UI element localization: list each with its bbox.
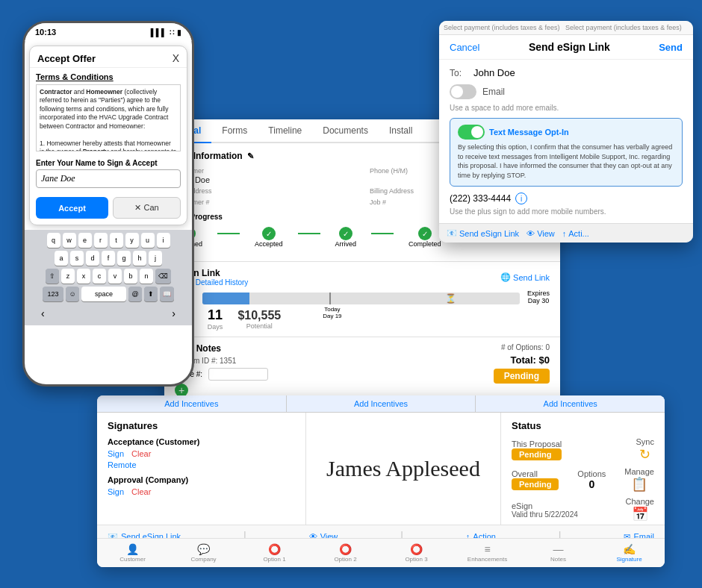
- sign-section: Enter Your Name to Sign & Accept: [30, 156, 187, 193]
- kb-c[interactable]: c: [93, 269, 106, 284]
- modal-close-button[interactable]: X: [173, 52, 179, 64]
- kb-e[interactable]: e: [78, 233, 92, 248]
- nav-signature[interactable]: ✍ Signature: [594, 542, 665, 564]
- nav-notes[interactable]: — Notes: [523, 542, 594, 564]
- acceptance-title: Acceptance (Customer): [108, 437, 295, 446]
- kb-y[interactable]: y: [125, 233, 139, 248]
- nav-option2[interactable]: ⭕ Option 2: [310, 542, 381, 564]
- nav-option3[interactable]: ⭕ Option 3: [381, 542, 452, 564]
- nav-option1-label: Option 1: [263, 556, 285, 563]
- tab-documents[interactable]: Documents: [312, 119, 379, 143]
- overall-status-badge: Pending: [512, 478, 559, 490]
- kb-f[interactable]: f: [102, 251, 115, 266]
- kb-b[interactable]: b: [124, 269, 137, 284]
- kb-s[interactable]: s: [70, 251, 84, 266]
- kb-r[interactable]: r: [94, 233, 108, 248]
- modal-send-esign-icon: 📧: [447, 228, 457, 238]
- approval-clear-link[interactable]: Clear: [131, 487, 151, 496]
- send-esign-cancel[interactable]: Cancel: [450, 42, 479, 53]
- acceptance-remote-link[interactable]: Remote: [108, 460, 137, 469]
- add-incentive-1[interactable]: Add Incentives: [97, 395, 287, 412]
- send-link-button[interactable]: 🌐 Send Link: [500, 272, 550, 282]
- days-count: 11: [208, 307, 223, 323]
- nav-enhancements[interactable]: ≡ Enhancements: [452, 542, 523, 564]
- kb-x[interactable]: x: [77, 269, 90, 284]
- modal-action-link[interactable]: ↑ Acti...: [562, 229, 589, 238]
- manage-icon[interactable]: 📋: [624, 476, 654, 492]
- signatures-column: Signatures Acceptance (Customer) Sign Cl…: [97, 413, 306, 525]
- add-incentive-3[interactable]: Add Incentives: [476, 395, 665, 412]
- kb-row-bottom: 123 ☺ space @ ⬆ 📖: [26, 287, 190, 301]
- modal-view-icon: 👁: [526, 229, 535, 238]
- kb-emoji[interactable]: ☺: [66, 287, 79, 301]
- kb-u[interactable]: u: [141, 233, 155, 248]
- modal-top-right: Select payment (includes taxes & fees): [562, 24, 682, 31]
- text-opt-in-box: Text Message Opt-In By selecting this op…: [450, 118, 683, 187]
- step-arrived-label: Arrived: [335, 240, 357, 248]
- kb-a[interactable]: a: [55, 251, 68, 266]
- option2-nav-icon: ⭕: [339, 543, 352, 555]
- modal-document-bar: Select payment (includes taxes & fees) S…: [439, 21, 693, 35]
- cancel-button[interactable]: ✕ Can: [113, 197, 181, 219]
- kb-h[interactable]: h: [133, 251, 146, 266]
- kb-w[interactable]: w: [63, 233, 76, 248]
- nav-signature-label: Signature: [616, 556, 642, 563]
- kb-delete[interactable]: ⌫: [155, 269, 171, 284]
- accept-button[interactable]: Accept: [36, 197, 108, 219]
- sync-icon[interactable]: ↻: [636, 446, 654, 463]
- kb-left-chevron[interactable]: ‹: [41, 307, 45, 319]
- timeline-container: Issued Day 1 Today Day 19 ⏳ Expires Day …: [175, 290, 550, 304]
- system-id: System ID #: 1351: [175, 357, 494, 365]
- keyboard: q w e r t y u i a s d f g h j ⇧ z x c v …: [25, 230, 192, 325]
- proposal-label: This Proposal Pending: [512, 440, 562, 460]
- kb-z[interactable]: z: [61, 269, 75, 284]
- kb-123[interactable]: 123: [43, 287, 63, 301]
- globe-icon: 🌐: [500, 272, 511, 282]
- kb-shift[interactable]: ⇧: [46, 269, 59, 284]
- kb-q[interactable]: q: [47, 233, 60, 248]
- kb-i[interactable]: i: [157, 233, 170, 248]
- office-input[interactable]: [208, 368, 268, 381]
- tab-install[interactable]: Install: [379, 119, 423, 143]
- kb-t[interactable]: t: [110, 233, 123, 248]
- customer-label: Customer: [175, 167, 355, 175]
- kb-n[interactable]: n: [140, 269, 153, 284]
- kb-book[interactable]: 📖: [160, 287, 174, 301]
- kb-share[interactable]: ⬆: [144, 287, 158, 301]
- nav-customer[interactable]: 👤 Customer: [97, 542, 168, 564]
- sign-input[interactable]: [36, 169, 181, 188]
- change-icon[interactable]: 📅: [625, 506, 654, 522]
- acceptance-links: Sign Clear: [108, 449, 295, 458]
- expires-text: Expires: [527, 290, 550, 297]
- approval-links: Sign Clear: [108, 487, 295, 496]
- text-opt-in-toggle[interactable]: [458, 125, 485, 140]
- kb-v[interactable]: v: [108, 269, 122, 284]
- kb-space[interactable]: space: [81, 287, 126, 301]
- tab-timeline[interactable]: Timeline: [258, 119, 312, 143]
- send-esign-send-button[interactable]: Send: [659, 42, 683, 53]
- kb-row-1: q w e r t y u i: [26, 233, 190, 248]
- kb-d[interactable]: d: [86, 251, 99, 266]
- email-toggle[interactable]: [450, 84, 476, 99]
- kb-g[interactable]: g: [117, 251, 131, 266]
- space-hint: Use a space to add more emails.: [450, 104, 683, 112]
- phone-value: (222) 333-4444: [450, 193, 511, 204]
- add-incentive-2[interactable]: Add Incentives: [287, 395, 476, 412]
- modal-view-link[interactable]: 👁 View: [526, 229, 555, 238]
- approval-sign-link[interactable]: Sign: [108, 487, 124, 496]
- edit-icon[interactable]: ✎: [247, 151, 254, 161]
- potential-label: Potential: [237, 322, 281, 330]
- kb-right-chevron[interactable]: ›: [172, 307, 176, 319]
- acceptance-clear-link[interactable]: Clear: [131, 449, 151, 458]
- nav-option1[interactable]: ⭕ Option 1: [239, 542, 310, 564]
- customer-field: Customer Jane Doe: [175, 167, 355, 184]
- modal-send-esign-link[interactable]: 📧 Send eSign Link: [447, 228, 519, 238]
- modal-view-label: View: [537, 229, 555, 238]
- tab-forms[interactable]: Forms: [211, 119, 258, 143]
- kb-j[interactable]: j: [149, 251, 162, 266]
- nav-company[interactable]: 💬 Company: [168, 542, 239, 564]
- step-arrived-circle: ✓: [339, 227, 352, 240]
- kb-at[interactable]: @: [128, 287, 142, 301]
- acceptance-sign-link[interactable]: Sign: [108, 449, 124, 458]
- phone-info-icon[interactable]: i: [515, 193, 527, 204]
